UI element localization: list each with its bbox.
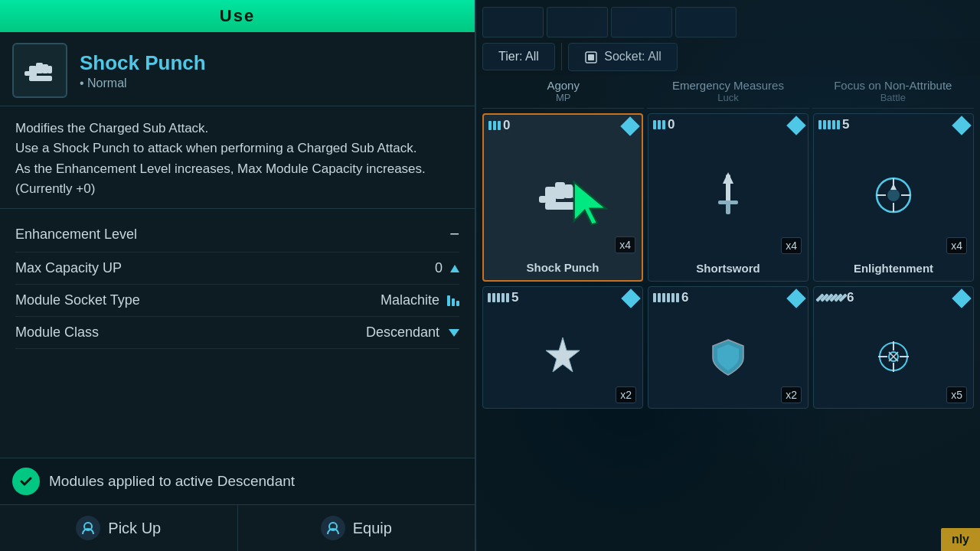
top-item-slot-3 [611,7,672,37]
tier-filter[interactable]: Tier: All [482,43,555,70]
svg-rect-19 [726,204,730,214]
modules-applied-bar: Modules applied to active Descendant [0,458,475,504]
pickup-icon [76,516,100,540]
multiplier-5: x2 [781,386,802,403]
card-diamond-4 [621,289,640,308]
malachite-icon [447,295,459,306]
svg-rect-2 [42,64,48,73]
card-icon-crosshair [871,305,916,408]
pickup-label: Pick Up [108,520,161,537]
stat-label-class: Module Class [15,324,99,341]
module-description: Modifies the Charged Sub Attack. Use a S… [0,106,475,209]
check-icon [12,468,40,495]
module-grid-row1: 0 x4 [476,109,980,286]
svg-rect-10 [545,187,556,204]
card-icon-enlightenment: x4 [814,132,973,259]
card-icon-shock-punch: x4 [484,133,642,258]
svg-rect-4 [29,76,52,81]
card-diamond-6 [952,289,971,308]
svg-point-21 [887,189,900,201]
multiplier-4: x2 [616,386,636,403]
category-focus: Focus on Non-Attribute Battle [812,76,974,109]
svg-rect-5 [24,71,31,76]
up-arrow-icon [450,265,459,272]
equip-icon [321,516,345,540]
stat-value-socket: Malachite [381,292,459,308]
stat-row-class: Module Class Descendant [15,317,459,349]
svg-marker-23 [546,337,580,372]
card-icon-star [540,305,586,408]
svg-marker-17 [723,172,733,184]
module-card-enlightenment[interactable]: 5 x4 Enlightenment [813,113,974,282]
only-button[interactable]: nly [941,528,980,551]
card-icon-shortsword: x4 [648,132,808,259]
stat-label-socket: Module Socket Type [15,292,140,308]
stat-value-class: Descendant [366,324,459,341]
socket-filter[interactable]: Socket: All [568,43,678,71]
module-title-area: Shock Punch • Normal [80,51,206,90]
category-emergency: Emergency Measures Luck [647,76,808,109]
enhancement-row: Enhancement Level − [15,217,459,253]
top-items-row [476,0,980,38]
module-card-shield[interactable]: 6 x2 [648,286,808,409]
top-item-slot-1 [482,7,544,37]
stat-value-capacity: 0 [435,260,459,276]
use-button[interactable]: Use [0,0,475,32]
svg-marker-22 [890,184,897,190]
stat-row-capacity: Max Capacity UP 0 [15,253,459,285]
shock-punch-icon [23,54,57,87]
top-item-slot-4 [675,7,737,37]
module-card-shortsword[interactable]: 0 x4 Shortsword [648,113,808,282]
enhancement-minus[interactable]: − [449,224,459,244]
card-diamond-5 [786,289,805,308]
modules-applied-text: Modules applied to active Descendant [49,473,295,490]
svg-rect-11 [555,182,565,199]
stat-label-capacity: Max Capacity UP [15,260,122,276]
svg-rect-9 [588,54,594,60]
svg-rect-1 [36,63,43,73]
category-labels: Agony MP Emergency Measures Luck Focus o… [476,76,980,109]
top-item-slot-2 [547,7,608,37]
module-card-star[interactable]: 5 x2 [482,286,643,409]
stats-section: Enhancement Level − Max Capacity UP 0 Mo… [0,209,475,357]
stat-row-socket: Module Socket Type Malachite [15,285,459,317]
card-name-enlightenment: Enlightenment [851,259,936,281]
multiplier-3: x4 [946,237,967,254]
equip-label: Equip [353,520,392,537]
svg-rect-3 [47,66,52,73]
module-rarity: • Normal [80,77,206,90]
category-agony: Agony MP [482,76,644,109]
module-icon [12,43,67,98]
card-name-shortsword: Shortsword [693,259,763,281]
right-panel: Tier: All Socket: All Agony MP Emergency… [476,0,980,551]
module-card-crosshair[interactable]: 6 x5 [813,286,974,409]
module-card-shock-punch[interactable]: 0 x4 [482,113,643,282]
module-grid-row2: 5 x2 [476,286,980,413]
module-header: Shock Punch • Normal [0,32,475,106]
filter-bar: Tier: All Socket: All [476,38,980,76]
multiplier-1: x4 [615,236,635,253]
filter-divider [561,43,562,70]
multiplier-2: x4 [781,237,802,254]
equip-button[interactable]: Equip [238,505,475,551]
enhancement-label: Enhancement Level [15,227,137,243]
svg-rect-15 [539,196,547,203]
module-name: Shock Punch [80,51,206,75]
bottom-buttons: Pick Up Equip [0,504,475,551]
multiplier-6: x5 [946,386,967,403]
card-icon-shield [705,305,751,408]
left-panel: Use Shock Punch • Normal Modifies the Ch… [0,0,476,551]
dropdown-arrow-icon [449,329,459,337]
card-name-shock-punch: Shock Punch [523,258,602,280]
pickup-button[interactable]: Pick Up [0,505,238,551]
